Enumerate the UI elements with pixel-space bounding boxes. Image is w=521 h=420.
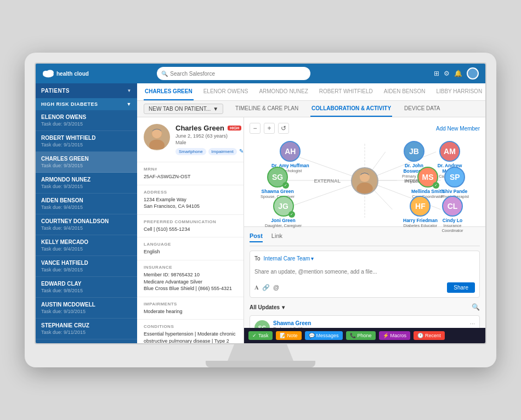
- sidebar-filter[interactable]: HIGH RISK DIABETES ▼: [36, 98, 137, 110]
- sidebar-patient-item[interactable]: COURTNEY DONALDSON Task due: 9/4/2015: [36, 214, 137, 235]
- patient-list-name: ARMONDO NUNEZ: [41, 177, 132, 183]
- bold-icon[interactable]: 𝐀: [254, 284, 259, 291]
- care-team-section: − + ↺ Add New Member: [244, 117, 485, 227]
- search-input[interactable]: [170, 71, 306, 77]
- smartphone-tag[interactable]: Smartphone: [175, 148, 206, 155]
- post-author-name[interactable]: Shawna Green: [273, 320, 311, 326]
- recent-icon: 🕐: [417, 333, 423, 338]
- node-photo: HF: [410, 196, 431, 217]
- add-member-button[interactable]: Add New Member: [436, 126, 480, 132]
- grid-icon[interactable]: ⊞: [434, 70, 439, 77]
- sidebar-patient-item[interactable]: KELLY MERCADO Task due: 9/4/2015: [36, 235, 137, 256]
- post-to-value: Internal Care Team: [264, 256, 310, 262]
- top-navigation: health cloud 🔍 ⊞ ⚙ 🔔: [36, 64, 485, 83]
- note-label: Note: [287, 333, 298, 338]
- post-tab-post[interactable]: Post: [250, 232, 263, 242]
- node-photo: AM: [439, 141, 460, 162]
- check-badge: ✓: [433, 182, 439, 189]
- note-icon: 📝: [280, 333, 286, 338]
- patient-tab[interactable]: LIBBY HARRISON: [435, 83, 483, 100]
- node-photo: JB: [404, 141, 424, 162]
- patient-tab[interactable]: ROBERT WHITFIELD: [318, 83, 374, 100]
- node-photo-container: MS ✓: [417, 167, 438, 188]
- patient-info-panel: Charles Green HIGH June 2, 1952 (63 year…: [137, 117, 244, 343]
- macros-label: Macros: [390, 333, 407, 338]
- node-photo: AH: [280, 141, 301, 162]
- search-updates-icon[interactable]: 🔍: [472, 303, 480, 311]
- sidebar-patient-item[interactable]: AIDEN BENSON Task due: 9/4/2015: [36, 194, 137, 214]
- sidebar-patient-item[interactable]: AUSTIN MCDOWELL Task due: 9/10/2015: [36, 298, 137, 319]
- filter-label: HIGH RISK DIABETES: [41, 101, 98, 107]
- node-shiv-pande[interactable]: SP Shiv Pande Physiotherapist: [441, 167, 469, 199]
- sidebar-header-arrow[interactable]: ▼: [127, 88, 132, 93]
- language-label: LANGUAGE: [144, 242, 237, 247]
- monitor-base: [206, 361, 315, 367]
- post-to-select[interactable]: Internal Care Team ▾: [264, 256, 314, 262]
- sidebar-patient-item[interactable]: STEPHANIE CRUZ Task due: 9/11/2015: [36, 319, 137, 339]
- patient-list-name: VANCE HATFIELD: [41, 260, 132, 266]
- center-photo: [351, 167, 378, 195]
- node-harry-friedman[interactable]: HF Harry Friedman Diabetes Educator: [403, 196, 438, 228]
- sidebar-patient-item[interactable]: ARMONDO NUNEZ Task due: 9/3/2015: [36, 173, 137, 194]
- patient-list: ELENOR OWENS Task due: 9/3/2015 ROBERT W…: [36, 110, 137, 343]
- post-to-arrow: ▾: [311, 256, 314, 262]
- recent-tool[interactable]: 🕐 Recent: [414, 331, 445, 340]
- care-network: EXTERNAL INTERNAL: [250, 138, 480, 223]
- sub-tab[interactable]: DEVICE DATA: [403, 101, 441, 117]
- nav-icons: ⊞ ⚙ 🔔: [434, 67, 479, 80]
- phone-tool[interactable]: 📞 Phone: [346, 331, 376, 340]
- note-tool[interactable]: 📝 Note: [276, 331, 302, 340]
- search-bar[interactable]: 🔍: [157, 67, 310, 80]
- sidebar-patient-item[interactable]: CHARLES GREEN Task due: 9/3/2015: [36, 152, 137, 173]
- patient-tab[interactable]: ELENOR OWENS: [202, 83, 250, 100]
- sidebar-patient-item[interactable]: ROBERT WHITFIELD Task due: 9/1/2015: [36, 131, 137, 152]
- impairments-label: IMPAIRMENTS: [144, 302, 237, 307]
- patient-tab[interactable]: AIDEN BENSON: [383, 83, 427, 100]
- macros-tool[interactable]: ⚡ Macros: [379, 331, 411, 340]
- post-tab-link[interactable]: Link: [271, 232, 282, 242]
- updates-arrow[interactable]: ▾: [282, 304, 285, 310]
- sub-tab[interactable]: TIMELINE & CARE PLAN: [234, 101, 299, 117]
- sub-tab[interactable]: COLLABORATION & ACTIVITY: [310, 101, 392, 117]
- post-form: To Internal Care Team ▾: [250, 251, 480, 298]
- node-shawna-green[interactable]: SG ✓ Shawna Green Spouse, Caregiver: [260, 167, 295, 199]
- check-badge: ✓: [282, 182, 289, 189]
- patient-list-task: Task due: 9/4/2015: [41, 225, 132, 231]
- node-joni-green[interactable]: JG ✓ Joni Green Daughter, Caregiver: [265, 196, 302, 228]
- sidebar-patient-item[interactable]: VANCE HATFIELD Task due: 9/8/2015: [36, 256, 137, 277]
- edit-tags-icon[interactable]: ✎: [239, 148, 243, 155]
- post-options-icon[interactable]: ···: [470, 320, 475, 327]
- post-author-info: Shawna Green Today at 2:43 pm: [273, 320, 311, 328]
- node-photo-container: HF: [410, 196, 431, 217]
- node-cindy-lo[interactable]: CL Cindy Lo Insurance Coordinator: [433, 196, 472, 233]
- patient-list-name: ROBERT WHITFIELD: [41, 135, 132, 141]
- sidebar-patient-item[interactable]: LIBBY HARRISON Task due: 9/13/2015: [36, 339, 137, 343]
- zoom-in-btn[interactable]: +: [264, 123, 275, 134]
- messages-tool[interactable]: 💬 Messages: [305, 331, 343, 340]
- new-tab-button[interactable]: NEW TAB ON PATIENT... ▼: [144, 104, 223, 114]
- share-button[interactable]: Share: [447, 282, 475, 293]
- at-icon[interactable]: @: [273, 284, 279, 291]
- patient-list-task: Task due: 9/3/2015: [41, 184, 132, 189]
- refresh-btn[interactable]: ↺: [278, 123, 289, 134]
- node-mellinda-smith[interactable]: MS ✓ Mellinda Smith Care Coordinator: [411, 167, 444, 199]
- monitor-stand: [228, 344, 293, 361]
- address-section: ADDRESS 1234 Example Way San Francisco, …: [137, 185, 243, 215]
- sub-tabs-bar: NEW TAB ON PATIENT... ▼ TIMELINE & CARE …: [137, 101, 485, 117]
- task-tool[interactable]: ✓ Task: [248, 331, 273, 340]
- link-format-icon[interactable]: 🔗: [262, 284, 270, 291]
- user-avatar[interactable]: [467, 67, 479, 80]
- patient-gender: Male: [175, 140, 243, 145]
- post-input[interactable]: [254, 265, 475, 278]
- sidebar-patient-item[interactable]: EDWARD CLAY Task due: 9/8/2015: [36, 277, 137, 298]
- zoom-out-btn[interactable]: −: [250, 123, 260, 134]
- sidebar-patient-item[interactable]: ELENOR OWENS Task due: 9/3/2015: [36, 110, 137, 131]
- patient-tab[interactable]: ARMONDO NUNEZ: [258, 83, 309, 100]
- node-name: Cindy Lo: [443, 218, 462, 223]
- patient-tab[interactable]: CHARLES GREEN: [144, 83, 194, 100]
- phone-icon: 📞: [350, 333, 356, 338]
- patient-list-task: Task due: 9/4/2015: [41, 205, 132, 210]
- impairment-tag[interactable]: Impairment: [208, 148, 237, 155]
- bell-icon[interactable]: 🔔: [454, 70, 462, 77]
- gear-icon[interactable]: ⚙: [444, 70, 450, 77]
